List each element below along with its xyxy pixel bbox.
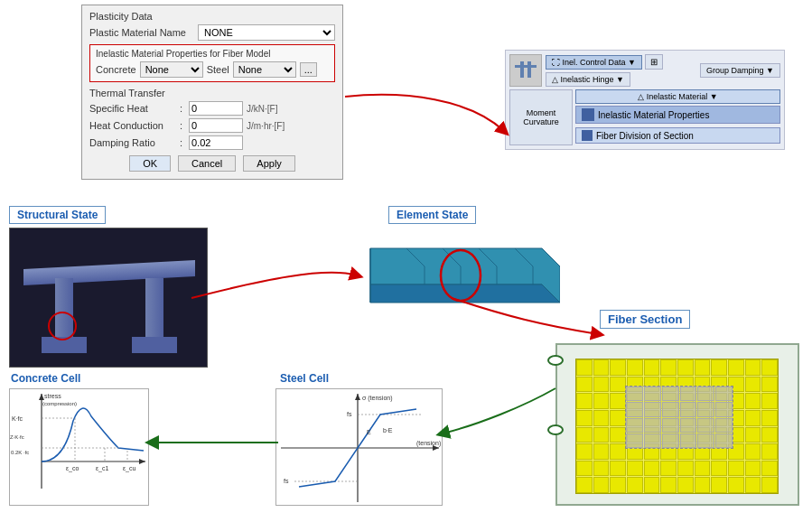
- heat-conduction-unit: J/m·hr·[F]: [247, 121, 285, 131]
- inelastic-material-row: Concrete None Steel None ...: [96, 61, 329, 78]
- svg-text:(compression): (compression): [42, 401, 77, 406]
- fiber-cell: [761, 477, 778, 493]
- fiber-cell: [610, 393, 626, 409]
- fiber-cell-inner: [680, 387, 697, 401]
- element-svg: [352, 230, 560, 321]
- inelastic-hinge-btn[interactable]: △ Inelastic Hinge ▼: [546, 72, 630, 87]
- svg-rect-2: [527, 61, 531, 78]
- fiber-cell-inner: [697, 418, 714, 433]
- fiber-cell-inner: [626, 433, 643, 448]
- fiber-cell-inner: [644, 418, 661, 433]
- thermal-title: Thermal Transfer: [89, 88, 335, 98]
- fiber-cell-inner: [662, 418, 679, 433]
- fiber-cell-inner: [644, 387, 661, 401]
- inelastic-fiber-title: Inelastic Material Properties for Fiber …: [96, 49, 329, 59]
- ellipsis-button[interactable]: ...: [300, 62, 317, 77]
- structural-state-image: [9, 228, 208, 368]
- element-state-label: Element State: [388, 206, 476, 224]
- damping-ratio-colon: :: [180, 137, 189, 148]
- fiber-cell: [711, 461, 727, 477]
- svg-text:b·E: b·E: [383, 427, 393, 433]
- svg-marker-39: [355, 394, 360, 400]
- specific-heat-input[interactable]: [189, 101, 243, 116]
- cancel-button[interactable]: Cancel: [178, 155, 236, 172]
- fiber-cell: [610, 443, 626, 460]
- fiber-cell: [644, 461, 660, 477]
- svg-marker-22: [139, 459, 145, 464]
- fiber-cell-inner: [697, 402, 714, 416]
- fiber-cell-inner: [644, 402, 661, 416]
- ribbon-second-row: MomentCurvature △ Inelastic Material ▼ I…: [509, 89, 780, 145]
- fiber-cell: [576, 377, 593, 393]
- small-icon-btn[interactable]: ⊞: [645, 54, 663, 70]
- fiber-cell: [610, 377, 626, 393]
- heat-conduction-input[interactable]: [189, 118, 243, 133]
- svg-text:K·fc: K·fc: [12, 415, 23, 422]
- fiber-cell-inner: [644, 433, 661, 448]
- ribbon-panel: ⛶ Inel. Control Data ▼ ⊞ △ Inelastic Hin…: [505, 50, 785, 150]
- steel-graph-svg: σ (tension) (tension) fs fs b·E E: [276, 389, 443, 507]
- inelastic-control-btn[interactable]: ⛶ Inel. Control Data ▼: [546, 55, 642, 70]
- steel-cell-label: Steel Cell: [280, 372, 329, 385]
- properties-icon: [582, 108, 594, 121]
- inelastic-material-btn[interactable]: △ Inelastic Material ▼: [575, 89, 780, 104]
- fiber-cell: [695, 359, 711, 376]
- fiber-cell-inner: [715, 387, 733, 401]
- fiber-cell: [677, 461, 694, 477]
- concrete-graph-svg: K·fc Z·K·fc 0.2K ·fc stress (compression…: [10, 389, 150, 507]
- fiber-cell-inner: [626, 387, 643, 401]
- plastic-material-select[interactable]: NONE: [198, 24, 335, 41]
- fiber-cell: [745, 477, 761, 493]
- ok-button[interactable]: OK: [129, 155, 171, 172]
- fiber-cell-inner: [697, 387, 714, 401]
- damping-ratio-input[interactable]: [189, 135, 243, 150]
- fiber-cell: [576, 359, 593, 376]
- fiber-cell-inner: [626, 402, 643, 416]
- fiber-cell: [576, 443, 593, 460]
- fiber-cell-inner: [680, 402, 697, 416]
- fiber-node-top: [547, 355, 564, 366]
- fiber-cell: [593, 427, 610, 443]
- svg-text:fs: fs: [284, 478, 289, 484]
- fiber-cell: [728, 461, 744, 477]
- moment-curvature-btn[interactable]: MomentCurvature: [509, 89, 573, 145]
- bridge-3d: [19, 238, 200, 359]
- fiber-cell: [593, 359, 610, 376]
- fiber-section-grid: [555, 343, 799, 506]
- fiber-cell: [593, 377, 610, 393]
- fiber-cell: [610, 359, 626, 376]
- fiber-section-label: Fiber Section: [600, 310, 690, 329]
- fiber-cells-inner: [625, 386, 733, 449]
- specific-heat-label: Specific Heat: [89, 103, 180, 114]
- fiber-cell: [660, 359, 677, 376]
- svg-text:0.2K: 0.2K: [11, 450, 22, 455]
- specific-heat-colon: :: [180, 103, 189, 114]
- fiber-cell: [677, 477, 694, 493]
- fiber-cell: [745, 427, 761, 443]
- fiber-cell: [627, 461, 643, 477]
- fiber-cell: [610, 477, 626, 493]
- fiber-division-item[interactable]: Fiber Division of Section: [575, 127, 780, 144]
- svg-text:ε_cu: ε_cu: [123, 465, 136, 472]
- fiber-cell: [761, 443, 778, 460]
- heat-conduction-row: Heat Conduction : J/m·hr·[F]: [89, 118, 335, 133]
- concrete-label: Concrete: [96, 64, 136, 75]
- damping-ratio-label: Damping Ratio: [89, 137, 180, 148]
- steel-select[interactable]: None: [233, 61, 296, 78]
- fiber-cell: [711, 477, 727, 493]
- svg-text:Z·K·fc: Z·K·fc: [10, 434, 24, 440]
- fiber-cell: [644, 477, 660, 493]
- fiber-cell: [660, 477, 677, 493]
- inelastic-material-properties-item[interactable]: Inelastic Material Properties: [575, 106, 780, 124]
- group-damping-btn[interactable]: Group Damping ▼: [700, 63, 780, 78]
- fiber-cell: [761, 427, 778, 443]
- heat-conduction-colon: :: [180, 120, 189, 131]
- fiber-cell: [610, 410, 626, 426]
- svg-rect-0: [515, 65, 537, 68]
- fiber-cell: [627, 359, 643, 376]
- fiber-cell: [576, 477, 593, 493]
- svg-text:E: E: [367, 429, 371, 435]
- concrete-select[interactable]: None: [140, 61, 203, 78]
- apply-button[interactable]: Apply: [243, 155, 295, 172]
- fiber-cell-inner: [680, 433, 697, 448]
